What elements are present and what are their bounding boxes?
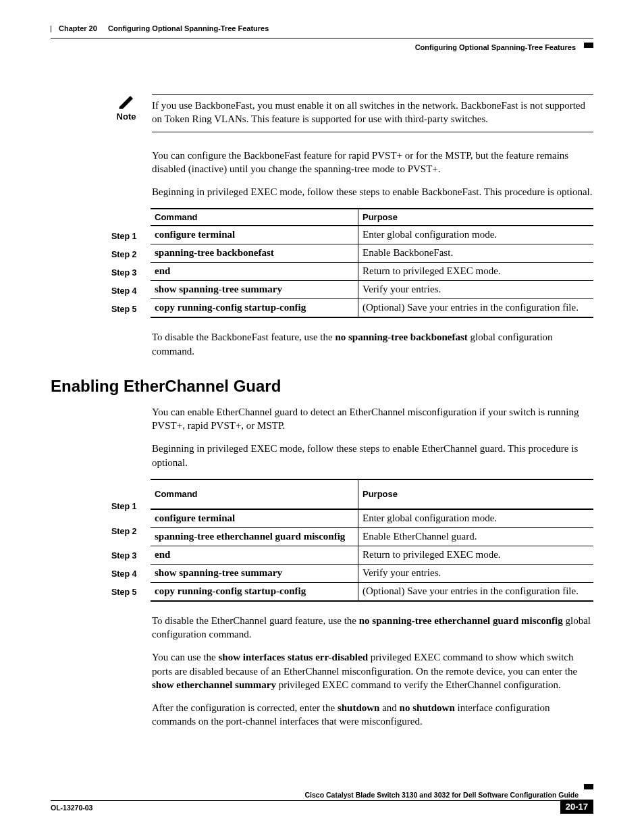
step-label: Step 4 [111, 565, 151, 583]
table-row: endReturn to privileged EXEC mode. [151, 263, 593, 281]
table-row: show spanning-tree summaryVerify your en… [151, 281, 593, 299]
section-title: Configuring Optional Spanning-Tree Featu… [415, 43, 593, 51]
table-row: spanning-tree etherchannel guard misconf… [151, 527, 593, 546]
footer-doc-id: OL-13270-03 [51, 804, 92, 812]
step-label: Step 3 [111, 263, 151, 282]
paragraph: To disable the BackboneFast feature, use… [152, 330, 593, 358]
command-inline: show etherchannel summary [152, 679, 276, 690]
chapter-label: Chapter 20 [59, 24, 97, 32]
step-label: Step 5 [111, 300, 151, 318]
purpose-cell: Return to privileged EXEC mode. [358, 546, 594, 564]
text-fragment: After the configuration is corrected, en… [152, 702, 338, 713]
col-purpose: Purpose [358, 479, 594, 509]
purpose-cell: Enter global configuration mode. [358, 509, 594, 528]
command-table: Command Purpose configure terminalEnter … [151, 479, 593, 602]
command-table: Command Purpose configure terminalEnter … [151, 208, 593, 318]
purpose-cell: Verify your entries. [358, 281, 594, 299]
paragraph: You can configure the BackboneFast featu… [152, 149, 593, 176]
pencil-icon [117, 100, 135, 111]
table-row: copy running-config startup-config(Optio… [151, 299, 593, 318]
command-cell: copy running-config startup-config [151, 299, 358, 318]
text-fragment: and [379, 702, 399, 713]
section-heading: Enabling EtherChannel Guard [51, 377, 593, 396]
col-purpose: Purpose [358, 209, 594, 226]
purpose-cell: Enable BackboneFast. [358, 244, 594, 263]
page-header: Chapter 20 Configuring Optional Spanning… [51, 26, 593, 38]
footer-decoration [584, 784, 593, 789]
footer-guide-title: Cisco Catalyst Blade Switch 3130 and 303… [51, 791, 593, 799]
footer-rule [51, 800, 593, 801]
paragraph: You can enable EtherChannel guard to det… [152, 405, 593, 433]
command-cell: show spanning-tree summary [151, 564, 358, 582]
text-fragment: To disable the BackboneFast feature, use… [152, 332, 335, 342]
command-cell: configure terminal [151, 509, 358, 528]
table-header-row: Command Purpose [151, 209, 593, 226]
purpose-cell: Return to privileged EXEC mode. [358, 263, 594, 281]
command-cell: show spanning-tree summary [151, 281, 358, 299]
purpose-cell: Enter global configuration mode. [358, 226, 594, 244]
step-label: Step 4 [111, 282, 151, 300]
command-table-1: Step 1 Step 2 Step 3 Step 4 Step 5 Comma… [111, 208, 593, 318]
page-footer: Cisco Catalyst Blade Switch 3130 and 303… [51, 791, 593, 814]
intro-text-1: You can configure the BackboneFast featu… [152, 149, 593, 199]
step-label: Step 1 [111, 227, 151, 245]
command-inline: no spanning-tree backbonefast [335, 332, 467, 342]
page-subheader: Configuring Optional Spanning-Tree Featu… [51, 41, 593, 53]
command-cell: end [151, 263, 358, 281]
step-label: Step 2 [111, 516, 151, 547]
command-cell: end [151, 546, 358, 564]
purpose-cell: Enable EtherChannel guard. [358, 527, 594, 546]
paragraph: After the configuration is corrected, en… [152, 701, 593, 729]
paragraph: To disable the EtherChannel guard featur… [152, 614, 593, 642]
paragraph: Beginning in privileged EXEC mode, follo… [152, 185, 593, 199]
table-row: spanning-tree backbonefastEnable Backbon… [151, 244, 593, 263]
table-row: configure terminalEnter global configura… [151, 509, 593, 528]
note-top-rule [152, 94, 593, 95]
section2-intro: You can enable EtherChannel guard to det… [152, 405, 593, 469]
table-row: configure terminalEnter global configura… [151, 226, 593, 244]
step-labels: Step 1 Step 2 Step 3 Step 4 Step 5 [111, 208, 151, 318]
chapter-title: Configuring Optional Spanning-Tree Featu… [108, 24, 269, 32]
text-fragment: To disable the EtherChannel guard featur… [152, 615, 359, 626]
command-inline: no shutdown [400, 702, 455, 713]
header-decoration [584, 43, 593, 48]
col-command: Command [151, 479, 358, 509]
command-cell: spanning-tree etherchannel guard misconf… [151, 527, 358, 546]
note-bottom-rule [152, 132, 593, 132]
after-table-2-text: To disable the EtherChannel guard featur… [152, 614, 593, 729]
command-table-2: Step 1 Step 2 Step 3 Step 4 Step 5 Comma… [111, 479, 593, 602]
command-cell: spanning-tree backbonefast [151, 244, 358, 263]
command-inline: show interfaces status err-disabled [218, 652, 368, 662]
text-fragment: You can use the [152, 652, 218, 662]
paragraph: You can use the show interfaces status e… [152, 650, 593, 692]
page-number: 20-17 [560, 800, 593, 814]
note-block: Note If you use BackboneFast, you must e… [111, 94, 593, 132]
command-cell: configure terminal [151, 226, 358, 244]
after-table-1-text: To disable the BackboneFast feature, use… [152, 330, 593, 358]
table-row: show spanning-tree summaryVerify your en… [151, 564, 593, 582]
text-fragment: privileged EXEC command to verify the Et… [276, 679, 561, 690]
table-header-row: Command Purpose [151, 479, 593, 509]
step-label: Step 3 [111, 547, 151, 565]
command-cell: copy running-config startup-config [151, 582, 358, 601]
command-inline: shutdown [338, 702, 380, 713]
step-label: Step 2 [111, 245, 151, 263]
table-row: copy running-config startup-config(Optio… [151, 582, 593, 601]
step-label: Step 1 [111, 498, 151, 516]
purpose-cell: (Optional) Save your entries in the conf… [358, 299, 594, 318]
header-tick [51, 26, 51, 32]
paragraph: Beginning in privileged EXEC mode, follo… [152, 442, 593, 469]
note-label: Note [111, 111, 141, 122]
command-inline: no spanning-tree etherchannel guard misc… [359, 615, 563, 626]
step-labels: Step 1 Step 2 Step 3 Step 4 Step 5 [111, 479, 151, 602]
table-row: endReturn to privileged EXEC mode. [151, 546, 593, 564]
purpose-cell: Verify your entries. [358, 564, 594, 582]
purpose-cell: (Optional) Save your entries in the conf… [358, 582, 594, 601]
col-command: Command [151, 209, 358, 226]
note-text: If you use BackboneFast, you must enable… [152, 99, 593, 126]
step-label: Step 5 [111, 583, 151, 602]
